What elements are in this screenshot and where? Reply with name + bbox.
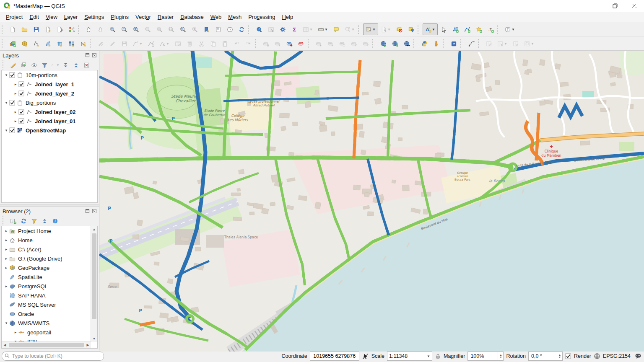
new-raster-layer-button[interactable] <box>65 38 77 49</box>
current-edits-button[interactable] <box>95 38 106 49</box>
render-checkbox[interactable] <box>565 353 571 359</box>
browser-item-project-home[interactable]: ▸Project Home <box>2 226 97 235</box>
new-virtual-layer-button[interactable]: [V] <box>77 38 89 49</box>
collapse-all-button[interactable] <box>39 216 49 226</box>
enable-disable-properties-button[interactable]: i <box>50 216 60 226</box>
show-spatial-bookmarks-button[interactable] <box>212 23 224 35</box>
hscroll-thumb[interactable] <box>9 343 84 347</box>
expander-icon[interactable]: ▸ <box>13 119 18 123</box>
layer-item-joined-layer-01[interactable]: ▸Joined layer_01 <box>2 116 97 126</box>
show-hide-labels-button[interactable]: abc <box>313 38 325 49</box>
expander-icon[interactable]: ▾ <box>3 73 9 77</box>
new-geopackage-layer-button[interactable] <box>18 38 30 49</box>
layer-labeling-options-button[interactable]: A▼ <box>423 23 438 35</box>
open-project-button[interactable] <box>18 23 30 35</box>
new-mesh-layer-button[interactable] <box>54 38 65 49</box>
browser-vertical-scrollbar[interactable]: ▲▼ <box>91 226 97 342</box>
zoom-full-extent-button[interactable] <box>130 23 142 35</box>
paste-features-button[interactable] <box>219 38 231 49</box>
browser-horizontal-scrollbar[interactable]: ◀▶ <box>2 341 91 348</box>
move-label-button[interactable]: abc <box>325 38 336 49</box>
expander-icon[interactable]: ▸ <box>13 330 18 334</box>
expander-icon[interactable]: ▸ <box>3 238 9 242</box>
expander-icon[interactable]: ▸ <box>3 256 9 261</box>
expander-icon[interactable]: ▸ <box>3 247 9 251</box>
locate-search[interactable] <box>2 352 104 361</box>
expander-icon[interactable]: ▸ <box>13 82 18 86</box>
expander-icon[interactable]: ▾ <box>3 128 9 132</box>
layers-close-icon[interactable] <box>92 52 96 59</box>
zoom-out-button[interactable] <box>118 23 130 35</box>
magnifier-spinner[interactable]: 100%▲▼ <box>467 352 504 361</box>
menu-layer[interactable]: Layer <box>61 13 81 21</box>
pan-to-selection-button[interactable] <box>95 23 106 35</box>
new-print-layout-button[interactable] <box>42 23 54 35</box>
browser-float-icon[interactable] <box>85 208 90 215</box>
modify-attributes-button[interactable] <box>172 38 184 49</box>
visibility-checkbox[interactable] <box>9 72 16 78</box>
minimize-button[interactable] <box>586 0 605 12</box>
browser-item-postgresql[interactable]: ▸PostgreSQL <box>2 282 97 291</box>
zoom-native-resolution-button[interactable]: 1:1 <box>165 23 177 35</box>
save-layer-edits-button[interactable] <box>118 38 130 49</box>
create-text-annotation-button[interactable]: .T <box>485 23 496 35</box>
save-project-button[interactable] <box>30 23 42 35</box>
measure-line-button[interactable]: ▼ <box>315 23 330 35</box>
zoom-last-button[interactable] <box>177 23 189 35</box>
network-route-tool-button[interactable] <box>465 38 477 49</box>
layer-item-openstreetmap[interactable]: ▾OpenStreetMap <box>2 126 97 135</box>
pedestrian-plugin-button[interactable] <box>430 38 442 49</box>
vscroll-thumb[interactable] <box>92 233 96 319</box>
scale-combo[interactable]: 1:11348▼ <box>387 352 432 361</box>
pan-map-button[interactable] <box>83 23 95 35</box>
help-contents-button[interactable]: ? <box>448 38 460 49</box>
new-spatial-bookmark-button[interactable] <box>200 23 212 35</box>
create-line-annotation-button[interactable] <box>461 23 473 35</box>
expander-icon[interactable]: ▾ <box>3 321 9 325</box>
layer-item-joined-layer-02[interactable]: ▸Joined layer_02 <box>2 107 97 116</box>
filter-browser-button[interactable] <box>29 216 39 226</box>
remove-layer-button[interactable] <box>81 60 91 70</box>
curved-labels-button[interactable]: abc <box>360 38 371 49</box>
collapse-all-button[interactable] <box>71 60 81 70</box>
refresh-map-button[interactable] <box>236 23 247 35</box>
visibility-checkbox[interactable] <box>9 127 16 134</box>
digitize-with-segment-button[interactable]: ▼ <box>130 38 145 49</box>
layer-item-joined-layer-1[interactable]: ▸Joined_layer_1 <box>2 80 97 89</box>
visibility-checkbox[interactable] <box>18 90 25 97</box>
browser-close-icon[interactable] <box>92 208 96 215</box>
manage-map-themes-button[interactable] <box>29 60 39 70</box>
layer-item-joined-layer-2[interactable]: ▸Joined_layer_2 <box>2 89 97 98</box>
layer-item-10m-portions[interactable]: ▾10m-portions <box>2 70 97 80</box>
delete-selected-button[interactable] <box>184 38 195 49</box>
locate-input[interactable] <box>11 353 101 359</box>
layout-edit-map-button[interactable] <box>483 38 495 49</box>
processing-toolbox-button[interactable] <box>277 23 288 35</box>
visibility-checkbox[interactable] <box>18 81 25 88</box>
unpin-labels-button[interactable]: abc <box>272 38 283 49</box>
browser-item-home[interactable]: ▸Home <box>2 235 97 245</box>
pin-labels-button[interactable]: abc <box>260 38 272 49</box>
add-group-button[interactable] <box>18 60 29 70</box>
select-features-by-value-button[interactable] <box>405 23 417 35</box>
add-selected-layers-button[interactable] <box>8 216 18 226</box>
expander-icon[interactable]: ▸ <box>3 229 9 233</box>
undo-button[interactable]: ↶ <box>231 38 242 49</box>
run-feature-action-button[interactable] <box>265 23 277 35</box>
toggle-editing-button[interactable] <box>106 38 118 49</box>
rotation-spinner[interactable]: 0,0 °▲▼ <box>528 352 563 361</box>
coordinate-input[interactable] <box>310 352 359 361</box>
data-source-manager-button[interactable] <box>7 38 18 49</box>
quickmapservices-button[interactable] <box>377 38 389 49</box>
new-project-button[interactable] <box>7 23 18 35</box>
vertex-tool-button[interactable]: ▼ <box>157 38 172 49</box>
menu-vector[interactable]: Vector <box>132 13 154 21</box>
extents-toggle-icon[interactable] <box>362 353 369 360</box>
visibility-checkbox[interactable] <box>18 118 25 124</box>
expander-icon[interactable]: ▾ <box>3 101 9 105</box>
browser-item-geopackage[interactable]: ▸GeoPackage <box>2 263 97 272</box>
restore-button[interactable] <box>605 0 625 12</box>
menu-raster[interactable]: Raster <box>154 13 177 21</box>
visibility-checkbox[interactable] <box>18 109 25 115</box>
browser-item-geoportail[interactable]: ▸geoportail <box>2 328 97 337</box>
